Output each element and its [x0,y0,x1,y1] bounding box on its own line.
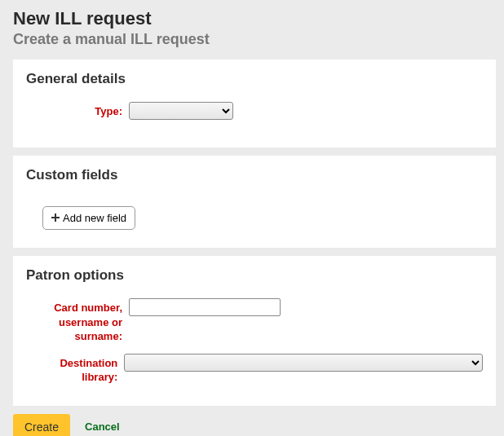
add-new-field-button[interactable]: Add new field [42,206,135,230]
destination-library-select[interactable] [124,354,483,372]
custom-heading: Custom fields [26,167,483,183]
page-title: New ILL request [13,8,496,29]
destination-library-label: Destination library: [26,354,124,385]
plus-icon [51,212,60,224]
panel-general: General details Type: [13,59,496,148]
panel-patron: Patron options Card number, username or … [13,256,496,406]
panel-custom: Custom fields Add new field [13,156,496,248]
general-heading: General details [26,71,483,87]
patron-heading: Patron options [26,267,483,284]
add-new-field-label: Add new field [63,212,126,224]
card-number-input[interactable] [129,298,281,316]
cancel-link[interactable]: Cancel [85,421,120,433]
create-button[interactable]: Create [13,414,70,436]
type-label: Type: [26,102,129,119]
action-bar: Create Cancel [13,414,496,436]
type-select[interactable] [129,102,233,120]
card-number-label: Card number, username or surname: [26,298,129,344]
page-subtitle: Create a manual ILL request [13,31,496,48]
